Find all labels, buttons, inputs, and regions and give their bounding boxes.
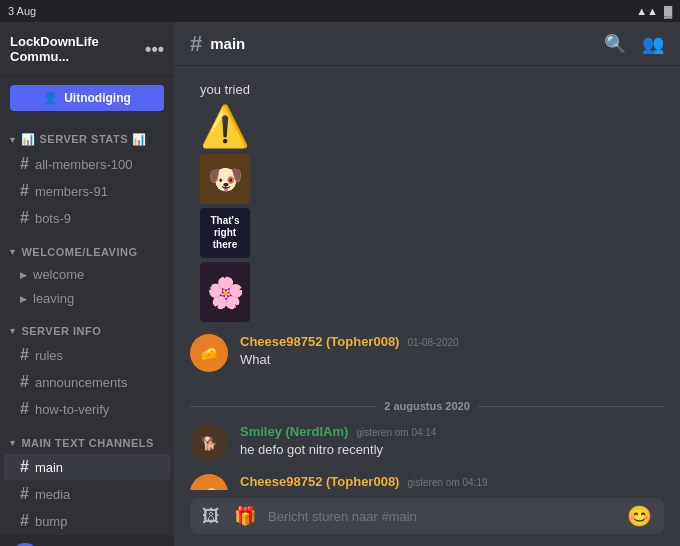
message-content: Smiley (NerdIAm) gisteren om 04:14 he de… [240,424,664,462]
dog-sticker: 🐶 [200,154,250,204]
search-icon[interactable]: 🔍 [604,33,626,55]
channel-main[interactable]: # main [4,454,170,480]
channel-name: announcements [35,375,128,390]
section-main-text: ▼ MAIN TEXT CHANNELS # main # media # bu… [0,423,174,535]
channel-name: media [35,487,70,502]
message-content: Cheese98752 (Topher008) 01-08-2020 What [240,334,664,372]
channel-name: members-91 [35,184,108,199]
sticker-area: you tried ⚠️ 🐶 That'srightthere 🌸 [190,82,664,322]
section-server-stats: ▼ 📊 SERVER STATS 📊 # all-members-100 # m… [0,119,174,232]
message-group: 🐕 Smiley (NerdIAm) gisteren om 04:14 he … [190,424,664,462]
server-header[interactable]: LockDownLife Commu... ••• [0,22,174,77]
section-welcome-leaving: ▼ WELCOME/LEAVING ▶ welcome ▶ leaving [0,232,174,311]
message-time: 01-08-2020 [407,337,458,348]
chevron-icon: ▼ [8,247,17,257]
channel-how-to-verify[interactable]: # how-to-verify [4,396,170,422]
hash-icon: # [20,182,29,200]
section-header-info[interactable]: ▼ SERVER INFO [0,311,174,341]
messages-area[interactable]: you tried ⚠️ 🐶 That'srightthere 🌸 🧀 Chee… [174,66,680,490]
hash-icon: # [20,346,29,364]
server-menu-icon[interactable]: ••• [145,39,164,60]
section-header-main[interactable]: ▼ MAIN TEXT CHANNELS [0,423,174,453]
play-icon: ▶ [20,294,27,304]
wifi-icon: ▲▲ [636,5,658,17]
uitnodiging-button[interactable]: 👤 Uitnodiging [10,85,164,111]
channel-members-91[interactable]: # members-91 [4,178,170,204]
person-icon: 👤 [43,91,58,105]
message-text: he defo got nitro recently [240,441,664,459]
channel-bots-9[interactable]: # bots-9 [4,205,170,231]
channel-name: all-members-100 [35,157,133,172]
channel-name: how-to-verify [35,402,109,417]
chevron-icon: ▼ [8,135,17,145]
channel-name: welcome [33,267,84,282]
channel-name: leaving [33,291,74,306]
message-author: Cheese98752 (Topher008) [240,334,399,349]
message-header: Cheese98752 (Topher008) 01-08-2020 [240,334,664,349]
avatar: 🐕 [190,424,228,462]
warning-sticker: ⚠️ [200,103,664,150]
message-author: Smiley (NerdIAm) [240,424,348,439]
user-area: F fragboi #4477 🎤 @ ⚙️ [0,535,174,546]
section-label: WELCOME/LEAVING [21,246,137,258]
hash-icon: # [20,485,29,503]
divider-line [190,406,376,407]
message-header: Cheese98752 (Topher008) gisteren om 04:1… [240,474,664,489]
top-bar: 3 Aug ▲▲ ▓ [0,0,680,22]
channel-leaving[interactable]: ▶ leaving [4,287,170,310]
section-label: 📊 SERVER STATS 📊 [21,133,146,146]
message-group: 🧀 Cheese98752 (Topher008) 01-08-2020 Wha… [190,334,664,372]
input-icons-left: 🖼 🎁 [198,499,260,533]
hash-icon: # [20,155,29,173]
message-author: Cheese98752 (Topher008) [240,474,399,489]
input-area: 🖼 🎁 😊 [174,490,680,546]
divider-line [478,406,664,407]
section-label: SERVER INFO [21,325,101,337]
chevron-icon: ▼ [8,326,17,336]
channel-announcements[interactable]: # announcements [4,369,170,395]
channel-media[interactable]: # media [4,481,170,507]
chat-header: # main 🔍 👥 [174,22,680,66]
message-header: Smiley (NerdIAm) gisteren om 04:14 [240,424,664,439]
date-divider: 2 augustus 2020 [190,400,664,412]
hash-icon: # [20,209,29,227]
input-box: 🖼 🎁 😊 [190,498,664,534]
message-group: 🧀 Cheese98752 (Topher008) gisteren om 04… [190,474,664,490]
main-layout: LockDownLife Commu... ••• 👤 Uitnodiging … [0,22,680,546]
image-icon[interactable]: 🖼 [198,500,224,533]
section-header-stats[interactable]: ▼ 📊 SERVER STATS 📊 [0,119,174,150]
chat-channel-name: main [210,35,245,52]
header-icons: 🔍 👥 [604,33,664,55]
sticker-text: you tried [200,82,664,97]
avatar: 🧀 [190,334,228,372]
gift-icon[interactable]: 🎁 [230,499,260,533]
girl-sticker: 🌸 [200,262,250,322]
play-icon: ▶ [20,270,27,280]
server-name: LockDownLife Commu... [10,34,145,64]
date-label: 2 augustus 2020 [384,400,470,412]
sign-sticker: That'srightthere [200,208,250,258]
channel-all-members-100[interactable]: # all-members-100 [4,151,170,177]
hash-icon: # [20,512,29,530]
channel-welcome[interactable]: ▶ welcome [4,263,170,286]
members-icon[interactable]: 👥 [642,33,664,55]
sidebar: LockDownLife Commu... ••• 👤 Uitnodiging … [0,22,174,546]
date-label: 3 Aug [8,5,36,17]
channel-rules[interactable]: # rules [4,342,170,368]
chevron-icon: ▼ [8,438,17,448]
hash-icon: # [20,400,29,418]
message-text: What [240,351,664,369]
section-server-info: ▼ SERVER INFO # rules # announcements # … [0,311,174,423]
channel-name: main [35,460,63,475]
message-input[interactable] [268,499,615,534]
channel-name: bots-9 [35,211,71,226]
emoji-button[interactable]: 😊 [623,498,656,534]
chat-area: # main 🔍 👥 you tried ⚠️ 🐶 That'srightthe… [174,22,680,546]
channel-name: bump [35,514,68,529]
hash-icon: # [20,458,29,476]
message-time: gisteren om 04:14 [356,427,436,438]
battery-icon: ▓ [664,5,672,17]
avatar: 🧀 [190,474,228,490]
channel-bump[interactable]: # bump [4,508,170,534]
section-header-welcome[interactable]: ▼ WELCOME/LEAVING [0,232,174,262]
